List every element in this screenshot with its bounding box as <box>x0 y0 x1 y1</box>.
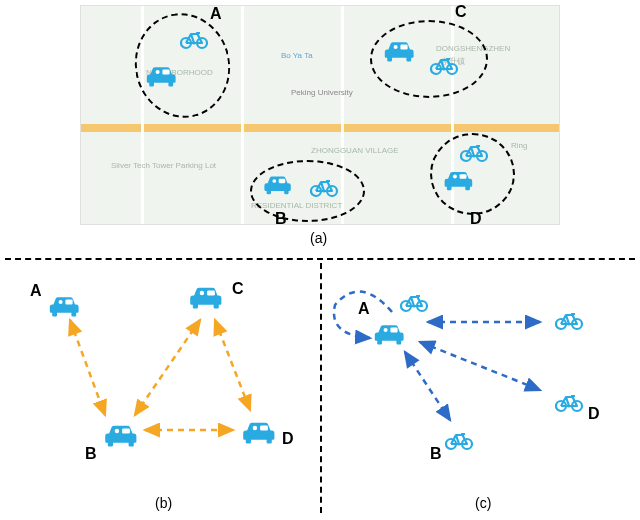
car-icon <box>45 290 85 320</box>
svg-line-6 <box>135 320 200 415</box>
bike-icon <box>430 53 460 77</box>
map-label: ZHONGGUAN VILLAGE <box>311 146 399 155</box>
car-icon <box>100 418 144 452</box>
svg-line-10 <box>420 342 540 390</box>
node-label-d: D <box>282 430 294 448</box>
node-label-a: A <box>358 300 370 318</box>
cluster-label-b: B <box>275 210 287 228</box>
panel-c-edges <box>320 260 640 520</box>
panel-a: Bo Ya Ta Peking University Silver Tech T… <box>80 5 560 225</box>
caption-c: (c) <box>475 495 491 511</box>
car-icon <box>440 165 478 195</box>
bike-icon <box>555 390 585 414</box>
car-icon <box>185 280 229 314</box>
node-label-d: D <box>588 405 600 423</box>
cluster-label-d: D <box>470 210 482 228</box>
map-label: Ring <box>511 141 527 150</box>
caption-a: (a) <box>310 230 327 246</box>
svg-line-5 <box>70 320 105 415</box>
svg-line-11 <box>405 352 450 420</box>
node-label-a: A <box>30 282 42 300</box>
caption-b: (b) <box>155 495 172 511</box>
car-icon <box>260 170 296 198</box>
map-label: Silver Tech Tower Parking Lot <box>111 161 216 170</box>
node-label-c: C <box>232 280 244 298</box>
car-icon <box>370 318 410 348</box>
cluster-label-c: C <box>455 3 467 21</box>
bike-icon <box>555 308 585 332</box>
svg-line-7 <box>215 320 250 410</box>
map-label: Peking University <box>291 88 353 97</box>
bike-icon <box>310 175 340 199</box>
map-road-vertical <box>241 6 244 224</box>
node-label-b: B <box>430 445 442 463</box>
map-road-horizontal <box>81 124 559 132</box>
cluster-label-a: A <box>210 5 222 23</box>
car-icon <box>142 60 182 90</box>
node-label-b: B <box>85 445 97 463</box>
car-icon <box>238 415 282 449</box>
bike-icon <box>400 290 430 314</box>
bike-icon <box>180 27 210 51</box>
map-label: Bo Ya Ta <box>281 51 313 60</box>
bike-icon <box>460 140 490 164</box>
bike-icon <box>445 428 475 452</box>
car-icon <box>380 35 420 65</box>
